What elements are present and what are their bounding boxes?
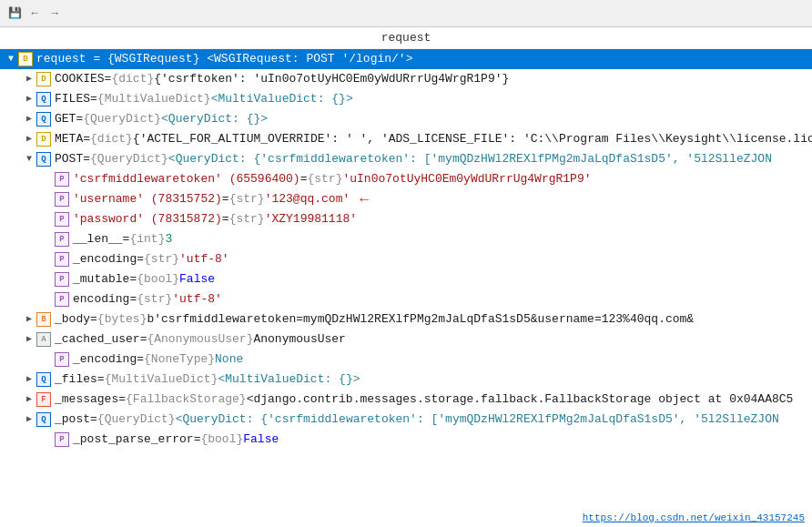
expander-icon[interactable] <box>22 332 36 347</box>
save-icon[interactable]: 💾 <box>7 6 22 21</box>
equals: = <box>129 270 137 289</box>
equals: = <box>90 310 97 329</box>
tree-row[interactable]: QGET = {QueryDict} <QueryDict: {}> <box>0 109 812 129</box>
value: False <box>243 431 279 449</box>
tree-row[interactable]: P'username' (78315752) = {str} '123@qq.c… <box>0 189 812 209</box>
querydict-icon: Q <box>36 92 51 106</box>
watermark-link[interactable]: https://blog.csdn.net/weixin_43157245 <box>583 512 805 523</box>
equals: = <box>222 210 229 228</box>
querydict-icon: Q <box>36 112 51 127</box>
querydict-icon: Q <box>36 412 51 427</box>
bytes-icon: B <box>36 312 51 327</box>
key-name: _encoding <box>73 250 137 269</box>
tree-row[interactable]: B_body = {bytes} b'csrfmiddlewaretoken=m… <box>0 309 812 329</box>
type-hint: {str} <box>307 170 342 188</box>
expander-icon[interactable] <box>40 192 55 207</box>
tree-row[interactable]: Q_post = {QueryDict} <QueryDict: {'csrfm… <box>0 410 812 430</box>
tree-row[interactable]: F_messages = {FallbackStorage} <django.c… <box>0 390 812 410</box>
tree-row[interactable]: A_cached_user = {AnonymousUser} Anonymou… <box>0 329 812 350</box>
expander-icon[interactable] <box>22 312 36 327</box>
equals: = <box>97 370 105 389</box>
expander-icon[interactable] <box>22 132 36 147</box>
value: 'XZY19981118' <box>265 210 357 228</box>
expander-icon[interactable] <box>40 292 55 307</box>
type-hint: {bytes} <box>97 310 147 329</box>
tree-row[interactable]: QFILES = {MultiValueDict} <MultiValueDic… <box>0 89 812 109</box>
dict-icon: D <box>36 132 51 147</box>
querydict-icon: Q <box>36 152 51 167</box>
equals: = <box>194 431 201 449</box>
key-string: 'csrfmiddlewaretoken' (65596400) <box>73 170 300 188</box>
expander-icon[interactable] <box>40 432 55 447</box>
key-name: encoding <box>73 290 129 309</box>
tree-row[interactable]: DMETA = {dict} {'ACTEL_FOR_ALTIUM_OVERRI… <box>0 129 812 149</box>
expander-icon[interactable] <box>40 212 55 227</box>
expander-icon[interactable] <box>40 352 55 367</box>
tree-row[interactable]: P_encoding = {str} 'utf-8' <box>0 249 812 269</box>
type-hint: {str} <box>137 290 172 309</box>
equals: = <box>300 170 308 188</box>
equals: = <box>83 150 90 168</box>
type-hint: {str} <box>144 250 179 269</box>
expander-icon[interactable] <box>22 372 36 387</box>
tree-row[interactable]: DCOOKIES = {dict} {'csrftoken': 'uIn0o7o… <box>0 69 812 89</box>
expander-icon[interactable] <box>40 172 55 187</box>
equals: = <box>118 390 126 409</box>
expander-icon[interactable] <box>22 112 36 127</box>
tree-row[interactable]: P_post_parse_error = {bool} False <box>0 430 812 450</box>
tree-row[interactable]: P'password' (78315872) = {str} 'XZY19981… <box>0 209 812 229</box>
equals: = <box>222 190 229 208</box>
expander-icon[interactable] <box>4 52 18 66</box>
value: <MultiValueDict: {}> <box>211 90 353 108</box>
equals: = <box>76 110 83 128</box>
key-name: _mutable <box>73 270 129 289</box>
type-hint: {dict} <box>90 130 133 148</box>
type-hint: {int} <box>129 230 165 248</box>
value: {'ACTEL_FOR_ALTIUM_OVERRIDE': ' ', 'ADS_… <box>133 130 812 148</box>
expander-icon[interactable] <box>22 72 36 86</box>
key-name: FILES <box>55 90 90 108</box>
tree-row[interactable]: Pencoding = {str} 'utf-8' <box>0 289 812 309</box>
prop-icon: P <box>55 432 69 447</box>
tree-row[interactable]: P'csrfmiddlewaretoken' (65596400) = {str… <box>0 169 812 189</box>
expander-icon[interactable] <box>22 92 36 106</box>
value: 'utf-8' <box>172 290 222 309</box>
tree-container: Drequest = {WSGIRequest} <WSGIRequest: P… <box>0 49 812 525</box>
equals: = <box>137 350 144 369</box>
type-hint: {QueryDict} <box>97 410 176 429</box>
dict-icon: D <box>36 72 51 86</box>
key-string: 'password' (78315872) <box>73 210 222 228</box>
key-name: __len__ <box>73 230 123 248</box>
prop-icon: P <box>55 192 69 207</box>
key-name: GET <box>55 110 76 128</box>
key-name: META <box>55 130 83 148</box>
value: <QueryDict: {'csrfmiddlewaretoken': ['my… <box>168 150 772 168</box>
expander-icon[interactable] <box>22 412 36 427</box>
expander-icon[interactable] <box>40 232 55 247</box>
value: '123@qq.com' <box>265 190 350 208</box>
tree-row[interactable]: QPOST = {QueryDict} <QueryDict: {'csrfmi… <box>0 149 812 169</box>
forward-icon[interactable]: → <box>47 6 62 21</box>
prop-icon: P <box>55 212 69 227</box>
tree-row[interactable]: P_mutable = {bool} False <box>0 269 812 289</box>
tree-row[interactable]: Drequest = {WSGIRequest} <WSGIRequest: P… <box>0 49 812 69</box>
type-hint: {bool} <box>137 270 179 289</box>
back-icon[interactable]: ← <box>27 6 42 21</box>
key-name: _post_parse_error <box>73 431 194 449</box>
expander-icon[interactable] <box>40 272 55 287</box>
toolbar: 💾 ← → <box>0 0 812 27</box>
value: <django.contrib.messages.storage.fallbac… <box>247 390 794 409</box>
tree-row[interactable]: Q_files = {MultiValueDict} <MultiValueDi… <box>0 370 812 390</box>
value: <MultiValueDict: {}> <box>218 370 360 389</box>
tree-row[interactable]: P__len__ = {int} 3 <box>0 229 812 249</box>
value: 3 <box>165 230 172 248</box>
expander-icon[interactable] <box>22 392 36 407</box>
type-hint: {FallbackStorage} <box>126 390 247 409</box>
expander-icon[interactable] <box>22 152 36 167</box>
expander-icon[interactable] <box>40 252 55 267</box>
type-hint: {str} <box>229 210 265 228</box>
tree-row[interactable]: P_encoding = {NoneType} None <box>0 350 812 370</box>
type-hint: {QueryDict} <box>83 110 161 128</box>
prop-icon: P <box>55 272 69 287</box>
equals: = <box>83 130 90 148</box>
